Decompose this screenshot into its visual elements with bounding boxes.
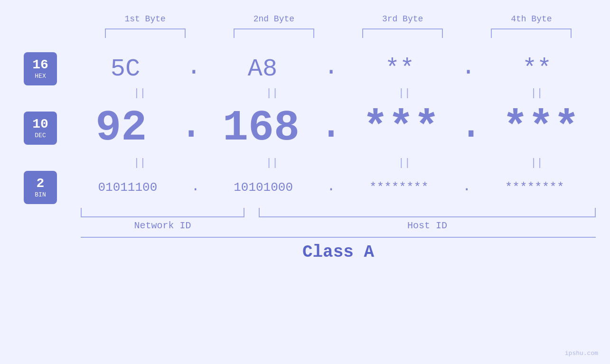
dec-badge-number: 10 [32,117,48,132]
bin-cell-3: ******** [338,180,460,195]
network-id-bracket [81,208,244,217]
hex-cell-3: ** [341,55,459,83]
dec-cells: 92 . 168 . *** . *** [66,101,596,155]
bin-dot-2: . [324,178,338,196]
bin-cell-4: ******** [473,180,596,195]
dec-dot-1: . [176,101,206,155]
watermark: ipshu.com [565,350,598,357]
bin-cell-1: 01011100 [66,180,189,195]
dec-value-2: 168 [223,104,300,152]
bin-dot-1: . [189,178,202,196]
top-brackets-row [14,28,596,38]
bin-cell-2: 10101000 [202,180,325,195]
eq2-dot3 [463,157,478,169]
host-id-label: Host ID [259,220,596,231]
eq1-dot3 [463,87,478,99]
eq1-1: || [81,87,199,99]
dec-cell-1: 92 [66,104,176,152]
bin-value-2: 10101000 [234,180,293,195]
eq1-2: || [213,87,331,99]
host-id-bracket [259,208,596,217]
bin-badge-container: 2 BIN [14,171,66,204]
dec-cell-3: *** [347,104,456,152]
hex-cell-2: A8 [204,55,321,83]
eq1-4: || [478,87,596,99]
eq1-dot2 [331,87,346,99]
eq2-dot2 [331,157,346,169]
network-id-label: Network ID [81,220,244,231]
bin-cells: 01011100 . 10101000 . ******** . *******… [66,178,596,196]
hex-dot-1: . [184,53,204,85]
equals-row-1: || || || || [14,87,596,99]
bracket-gap [244,208,259,217]
hex-cells: 5C . A8 . ** . ** [66,53,596,85]
eq2-2: || [213,157,331,169]
bin-value-4: ******** [505,180,564,195]
hex-value-3: ** [385,55,414,83]
hex-badge: 16 HEX [24,52,57,85]
eq2-1: || [81,157,199,169]
top-bracket-1 [81,28,209,38]
hex-badge-container: 16 HEX [14,52,66,85]
bin-row: 2 BIN 01011100 . 10101000 . ******** . *… [14,171,596,204]
byte-label-4: 4th Byte [467,14,596,24]
dec-badge-container: 10 DEC [14,112,66,145]
hex-badge-label: HEX [35,73,46,80]
hex-cell-4: ** [478,55,596,83]
dec-cell-2: 168 [206,104,316,152]
bin-badge: 2 BIN [24,171,57,204]
dec-badge: 10 DEC [24,112,57,145]
dec-badge-label: DEC [35,132,46,139]
byte-label-1: 1st Byte [81,14,209,24]
dec-dot-2: . [316,101,346,155]
hex-value-2: A8 [248,55,277,83]
top-bracket-3 [338,28,467,38]
dec-cell-4: *** [486,104,596,152]
dec-dot-3: . [456,101,486,155]
bin-badge-number: 2 [37,177,45,191]
class-bracket [81,237,596,238]
eq2-3: || [346,157,464,169]
id-brackets-row [81,208,596,217]
bin-badge-label: BIN [35,191,46,198]
byte-labels-row: 1st Byte 2nd Byte 3rd Byte 4th Byte [14,14,596,24]
id-labels-row: Network ID Host ID [81,220,596,231]
main-container: 1st Byte 2nd Byte 3rd Byte 4th Byte 16 H… [0,0,610,364]
hex-cell-1: 5C [66,55,184,83]
equals-row-2: || || || || [14,157,596,169]
bin-value-1: 01011100 [98,180,157,195]
byte-label-2: 2nd Byte [209,14,338,24]
top-bracket-2 [209,28,338,38]
eq2-dot1 [199,157,213,169]
label-gap [244,220,259,231]
dec-row: 10 DEC 92 . 168 . *** . *** [14,101,596,155]
class-label: Class A [81,243,596,262]
hex-dot-3: . [459,53,478,85]
top-bracket-4 [467,28,596,38]
eq2-4: || [478,157,596,169]
eq1-dot1 [199,87,213,99]
hex-value-1: 5C [111,55,140,83]
dec-value-3: *** [363,104,440,152]
dec-value-4: *** [503,104,580,152]
hex-dot-2: . [321,53,341,85]
bin-value-3: ******** [369,180,429,195]
hex-value-4: ** [522,55,552,83]
hex-badge-number: 16 [32,58,48,73]
dec-value-1: 92 [95,104,147,152]
eq1-3: || [346,87,464,99]
bin-dot-3: . [460,178,473,196]
byte-label-3: 3rd Byte [338,14,467,24]
bottom-section: Network ID Host ID Class A [14,208,596,262]
hex-row: 16 HEX 5C . A8 . ** . ** [14,52,596,85]
